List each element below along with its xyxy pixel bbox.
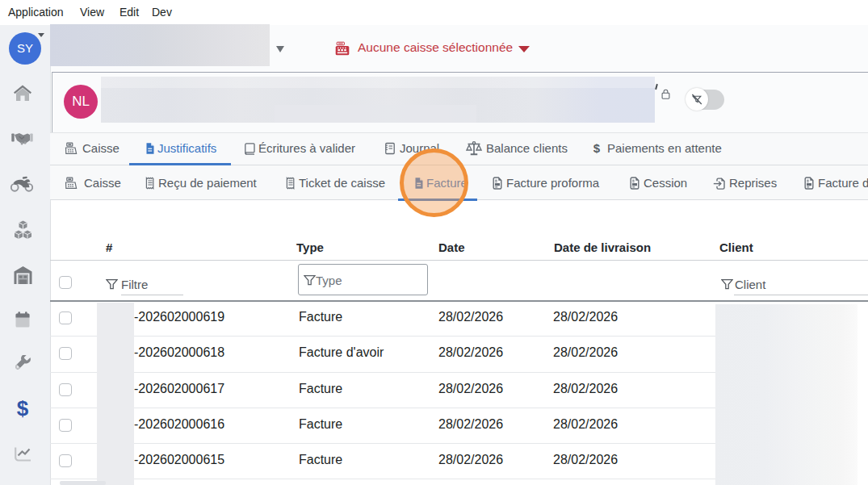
svg-text:$: $ (17, 397, 29, 420)
svg-text:$: $ (593, 142, 601, 155)
